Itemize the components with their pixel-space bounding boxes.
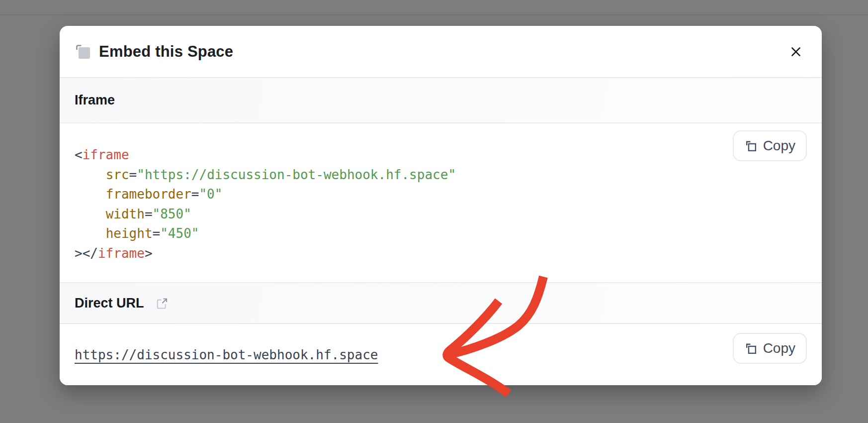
modal-title: Embed this Space: [99, 43, 233, 61]
embed-code-block[interactable]: <iframe src="https://discussion-bot-webh…: [75, 145, 807, 263]
copy-icon: [744, 342, 758, 355]
iframe-code-section: <iframe src="https://discussion-bot-webh…: [60, 123, 822, 282]
page-edge-line: [0, 14, 868, 15]
copy-squares-icon: [75, 43, 91, 60]
iframe-heading: Iframe: [75, 93, 115, 108]
close-icon: [789, 45, 802, 58]
copy-button-label: Copy: [763, 138, 795, 154]
direct-url-link[interactable]: https://discussion-bot-webhook.hf.space: [75, 347, 378, 362]
copy-url-button[interactable]: Copy: [733, 333, 807, 364]
copy-button-label: Copy: [763, 340, 795, 356]
close-button[interactable]: [785, 41, 807, 63]
direct-url-row: https://discussion-bot-webhook.hf.space …: [60, 324, 822, 385]
external-link-icon[interactable]: [155, 297, 169, 310]
direct-url-heading: Direct URL: [75, 296, 144, 311]
modal-header: Embed this Space: [60, 26, 822, 77]
iframe-section-header: Iframe: [60, 77, 822, 123]
screen: Embed this Space Iframe <iframe src="htt…: [0, 0, 868, 423]
embed-space-modal: Embed this Space Iframe <iframe src="htt…: [60, 26, 822, 385]
copy-icon: [744, 139, 758, 153]
direct-url-section-header: Direct URL: [60, 282, 822, 324]
copy-iframe-button[interactable]: Copy: [733, 130, 807, 161]
